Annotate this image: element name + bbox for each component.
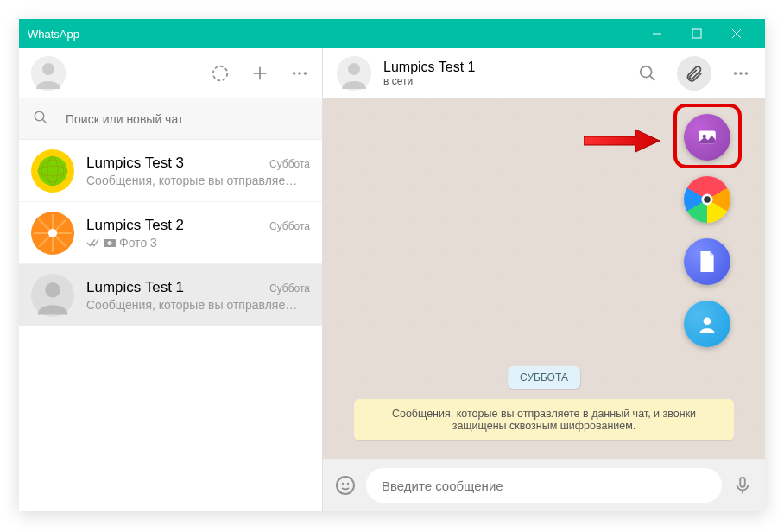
chat-info: Lumpics Test 3Суббота Сообщения, которые…	[86, 155, 310, 187]
svg-point-48	[347, 483, 349, 484]
svg-point-38	[739, 72, 743, 75]
maximize-button[interactable]	[677, 19, 717, 48]
annotation-arrow-icon	[584, 128, 661, 154]
sidebar-header	[19, 48, 322, 98]
user-avatar[interactable]	[31, 56, 66, 91]
attach-menu	[684, 114, 730, 347]
close-button[interactable]	[717, 19, 756, 48]
status-icon[interactable]	[210, 63, 231, 84]
svg-point-37	[734, 72, 737, 75]
contact-avatar[interactable]	[337, 56, 371, 91]
new-chat-icon[interactable]	[250, 63, 270, 84]
chat-name: Lumpics Test 2	[86, 217, 184, 234]
attach-document-button[interactable]	[684, 238, 730, 285]
chat-avatar	[31, 212, 74, 255]
chat-info: Lumpics Test 2Суббота Фото 3	[86, 217, 310, 250]
svg-point-44	[704, 317, 711, 325]
chat-preview: Сообщения, которые вы отправляе…	[86, 174, 310, 187]
svg-point-10	[298, 72, 301, 75]
chat-name: Lumpics Test 3	[86, 155, 184, 172]
svg-point-39	[745, 72, 749, 75]
date-chip: СУББОТА	[508, 366, 580, 389]
svg-point-47	[342, 483, 344, 484]
double-check-icon	[86, 238, 100, 248]
mic-icon[interactable]	[732, 475, 753, 496]
svg-point-46	[337, 477, 354, 494]
header-info[interactable]: Lumpics Test 1 в сети	[383, 60, 637, 87]
svg-line-36	[650, 75, 655, 80]
emoji-icon[interactable]	[335, 475, 356, 496]
sidebar: Lumpics Test 3Суббота Сообщения, которые…	[19, 48, 323, 511]
svg-point-28	[48, 229, 57, 238]
svg-point-43	[704, 196, 711, 203]
content: Lumpics Test 3Суббота Сообщения, которые…	[19, 48, 765, 511]
minimize-button[interactable]	[637, 19, 677, 48]
chat-avatar	[31, 274, 74, 317]
search-input[interactable]	[66, 112, 308, 126]
message-input[interactable]	[366, 468, 722, 503]
chat-item-active[interactable]: Lumpics Test 1Суббота Сообщения, которые…	[19, 264, 322, 326]
attach-camera-button[interactable]	[684, 176, 730, 223]
svg-point-9	[293, 72, 296, 75]
attach-contact-button[interactable]	[684, 301, 730, 347]
svg-rect-1	[692, 29, 701, 38]
chat-info: Lumpics Test 1Суббота Сообщения, которые…	[86, 279, 310, 312]
svg-rect-49	[740, 478, 745, 487]
app-window: WhatsApp	[19, 19, 765, 511]
chat-item[interactable]: Lumpics Test 3Суббота Сообщения, которые…	[19, 140, 322, 202]
svg-point-34	[348, 63, 360, 75]
chat-preview: Фото 3	[86, 236, 310, 250]
camera-icon	[103, 238, 117, 248]
svg-point-12	[35, 111, 44, 121]
main-panel: Lumpics Test 1 в сети	[323, 48, 765, 511]
titlebar: WhatsApp	[19, 19, 765, 48]
chat-preview-text: Фото 3	[119, 236, 157, 250]
search-bar	[19, 98, 322, 140]
svg-point-5	[42, 63, 54, 75]
composer	[323, 459, 765, 511]
sidebar-actions	[210, 63, 310, 84]
chat-preview: Сообщения, которые вы отправляе…	[86, 298, 310, 312]
search-chat-icon[interactable]	[637, 63, 658, 84]
contact-status: в сети	[383, 75, 637, 87]
main-header: Lumpics Test 1 в сети	[323, 48, 765, 98]
svg-point-35	[641, 66, 652, 77]
titlebar-title: WhatsApp	[28, 28, 637, 41]
svg-line-13	[42, 119, 47, 124]
chat-item[interactable]: Lumpics Test 2Суббота Фото 3	[19, 202, 322, 264]
search-icon	[33, 110, 48, 129]
attach-icon[interactable]	[677, 56, 711, 91]
chat-name: Lumpics Test 1	[86, 279, 184, 296]
contact-name: Lumpics Test 1	[383, 60, 637, 75]
svg-point-6	[213, 66, 228, 80]
chat-time: Суббота	[269, 220, 310, 232]
chat-area: СУББОТА Сообщения, которые вы отправляет…	[323, 98, 765, 459]
chat-time: Суббота	[269, 282, 310, 294]
encryption-notice: Сообщения, которые вы отправляете в данн…	[354, 399, 734, 440]
svg-point-15	[38, 156, 67, 186]
menu-icon[interactable]	[289, 63, 310, 84]
attach-gallery-button[interactable]	[684, 114, 730, 161]
svg-marker-45	[584, 130, 660, 152]
chat-avatar	[31, 149, 74, 193]
chat-time: Суббота	[269, 158, 310, 170]
chat-menu-icon[interactable]	[730, 63, 751, 84]
svg-point-11	[304, 72, 307, 75]
svg-point-32	[45, 282, 60, 298]
svg-point-30	[108, 241, 112, 245]
chat-list: Lumpics Test 3Суббота Сообщения, которые…	[19, 140, 322, 511]
header-actions	[637, 56, 751, 91]
